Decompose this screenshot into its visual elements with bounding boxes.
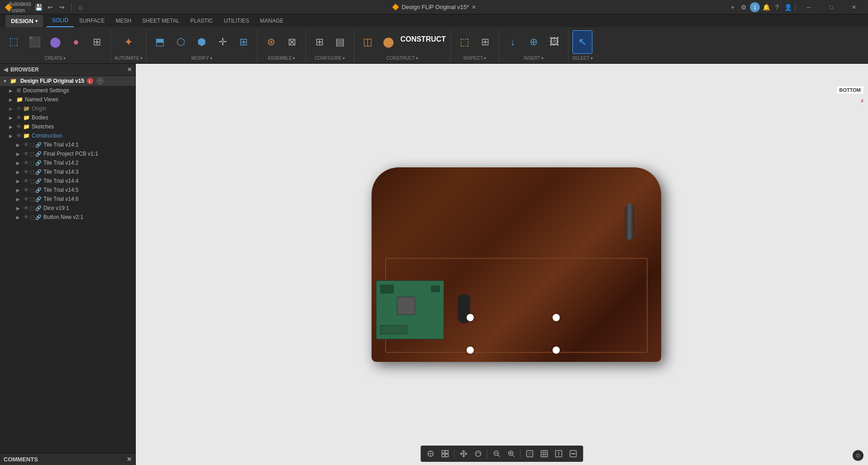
undo-button[interactable]: ↩ (46, 3, 55, 12)
select-button[interactable]: ↖ (572, 30, 592, 54)
create-box-button[interactable]: ⬛ (24, 30, 44, 54)
configure-params-button[interactable]: ▤ (330, 30, 350, 54)
view-cube-label: BOTTOM (837, 86, 863, 94)
grid-toggle-button[interactable] (538, 447, 551, 460)
svg-rect-16 (528, 452, 532, 456)
link-icon: 🔗 (35, 160, 42, 166)
tile-14-1-label: Tile Trial v14:1 (43, 142, 79, 148)
pan-button[interactable] (458, 447, 470, 460)
expand-icon: ▶ (16, 161, 24, 166)
expand-icon: ▶ (16, 215, 24, 220)
help-icon[interactable]: ? (773, 3, 782, 12)
dice-label: Dice v19:1 (43, 205, 69, 211)
viewport[interactable]: BOTTOM x (136, 64, 868, 465)
insert-component-button[interactable]: ⊕ (524, 30, 544, 54)
sidebar-item-button-new[interactable]: ▶ 👁 ⬚ 🔗 Button New v2:1 (0, 213, 135, 222)
sidebar-item-named-views[interactable]: ▶ 📁 Named Views (0, 95, 135, 104)
status-circle: ⊙ (853, 450, 863, 461)
sidebar-item-tile-14-5[interactable]: ▶ 👁 ⬚ 🔗 Tile Trial v14:5 (0, 185, 135, 195)
insert-derive-button[interactable]: ↓ (503, 30, 523, 54)
expand-icon: ▶ (9, 88, 16, 93)
construct-plane-button[interactable]: ◫ (358, 30, 378, 54)
construct-axis-button[interactable]: ⬤ (379, 30, 399, 54)
inspect-measure-button[interactable]: ⬚ (454, 30, 474, 54)
toolbar-divider-2 (487, 449, 488, 458)
minimize-button[interactable]: ─ (798, 0, 819, 14)
user-icon[interactable]: 👤 (783, 3, 792, 12)
rigid-group-button[interactable]: ⊠ (282, 30, 302, 54)
maximize-button[interactable]: □ (821, 0, 842, 14)
home-button[interactable]: ⌂ (76, 3, 85, 12)
create-dropdown-icon: ▾ (63, 56, 66, 61)
tab-solid[interactable]: SOLID (47, 14, 74, 27)
move-button[interactable]: ✛ (213, 30, 233, 54)
chamfer-button[interactable]: ⬢ (192, 30, 212, 54)
sidebar-item-tile-14-1[interactable]: ▶ 👁 ⬚ 🔗 Tile Trial v14:1 (0, 140, 135, 149)
sidebar-item-bodies[interactable]: ▶ 👁 📁 Bodies (0, 113, 135, 122)
insert-image-button[interactable]: 🖼 (544, 30, 564, 54)
tab-mesh[interactable]: MESH (110, 14, 137, 27)
profile-icon[interactable]: 1 (750, 2, 760, 12)
settings-icon[interactable]: ⚙ (739, 3, 748, 12)
push-pull-button[interactable]: ⬒ (150, 30, 170, 54)
zoom-in-button[interactable] (505, 447, 518, 460)
sidebar-item-construction[interactable]: ▶ 👁 📁 Construction (0, 131, 135, 140)
inspect-table-button[interactable]: ⊞ (475, 30, 495, 54)
sidebar-item-dice[interactable]: ▶ 👁 ⬚ 🔗 Dice v19:1 (0, 204, 135, 213)
notification-icon[interactable]: 🔔 (762, 3, 771, 12)
design-object (372, 167, 661, 362)
comments-expand-icon[interactable]: ✕ (127, 456, 132, 463)
create-sphere-button[interactable]: ● (66, 30, 86, 54)
tab-manage[interactable]: MANAGE (255, 14, 289, 27)
create-sketch-button[interactable]: ⬚ (4, 30, 24, 54)
sidebar-item-origin[interactable]: ▶ 👁 📁 Origin (0, 104, 135, 113)
component-icon: ⬚ (30, 142, 34, 148)
sidebar-item-doc-settings[interactable]: ▶ ⚙ Document Settings (0, 86, 135, 95)
sidebar-collapse-icon[interactable]: ◀ (4, 66, 8, 73)
zoom-out-button[interactable] (491, 447, 503, 460)
ribbon-group-configure-items: ⊞ ▤ (310, 29, 350, 55)
extra-options-button[interactable] (567, 447, 580, 460)
inspect-table-icon: ⊞ (481, 37, 489, 47)
tab-surface[interactable]: SURFACE (74, 14, 110, 27)
design-dropdown-button[interactable]: DESIGN ▾ (5, 15, 43, 27)
root-item[interactable]: ▼ 📁 Design FLiP Original v15 L ⚙ (0, 76, 135, 86)
ribbon-group-modify: ⬒ ⬡ ⬢ ✛ ⊞ MODIFY▾ (147, 29, 258, 62)
align-button[interactable]: ⊞ (234, 30, 253, 54)
sidebar-scroll[interactable]: ▼ 📁 Design FLiP Original v15 L ⚙ ▶ ⚙ Doc… (0, 76, 135, 453)
create-cylinder-button[interactable]: ⬤ (45, 30, 65, 54)
folder-icon: 📁 (23, 114, 30, 121)
grid-snap-button[interactable] (424, 447, 437, 460)
tab-plastic[interactable]: PLASTIC (185, 14, 218, 27)
display-settings-button[interactable] (524, 447, 536, 460)
grid-layout-button[interactable] (439, 447, 452, 460)
create-more-button[interactable]: ⊞ (87, 30, 107, 54)
root-settings-icon: ⚙ (97, 78, 103, 84)
sidebar-item-tile-14-3[interactable]: ▶ 👁 ⬚ 🔗 Tile Trial v14:3 (0, 167, 135, 176)
more-options-button[interactable] (553, 447, 565, 460)
sidebar-item-tile-14-4[interactable]: ▶ 👁 ⬚ 🔗 Tile Trial v14:4 (0, 176, 135, 185)
tab-utilities[interactable]: UTILITIES (218, 14, 254, 27)
close-document-icon[interactable]: ✕ (472, 4, 476, 10)
configure-button[interactable]: ⊞ (310, 30, 329, 54)
ribbon-group-configure: ⊞ ▤ CONFIGURE▾ (306, 29, 354, 62)
orbit-button[interactable] (472, 447, 485, 460)
automate-button[interactable]: ✦ (119, 30, 138, 54)
sidebar-item-tile-14-6[interactable]: ▶ 👁 ⬚ 🔗 Tile Trial v14:6 (0, 195, 135, 204)
fillet-button[interactable]: ⬡ (171, 30, 191, 54)
browser-title: BROWSER (10, 66, 39, 73)
expand-icon: ▶ (9, 106, 16, 111)
sidebar-item-sketches[interactable]: ▶ 👁 📁 Sketches (0, 122, 135, 131)
browser-settings-icon[interactable]: ✕ (127, 66, 132, 73)
close-button[interactable]: ✕ (844, 0, 864, 14)
add-tab-button[interactable]: + (728, 3, 737, 12)
joint-button[interactable]: ⊛ (261, 30, 281, 54)
comments-panel[interactable]: COMMENTS ✕ (0, 453, 135, 465)
chamfer-icon: ⬢ (197, 37, 206, 47)
document-title: Design FLiP Original v15* (402, 4, 469, 10)
sidebar-item-tile-14-2[interactable]: ▶ 👁 ⬚ 🔗 Tile Trial v14:2 (0, 158, 135, 167)
tab-sheet-metal[interactable]: SHEET METAL (137, 14, 185, 27)
save-button[interactable]: 💾 (34, 3, 43, 12)
sidebar-item-final-pcb[interactable]: ▶ 👁 ⬚ 🔗 Final Project PCB v1:1 (0, 149, 135, 158)
redo-button[interactable]: ↪ (57, 3, 67, 12)
